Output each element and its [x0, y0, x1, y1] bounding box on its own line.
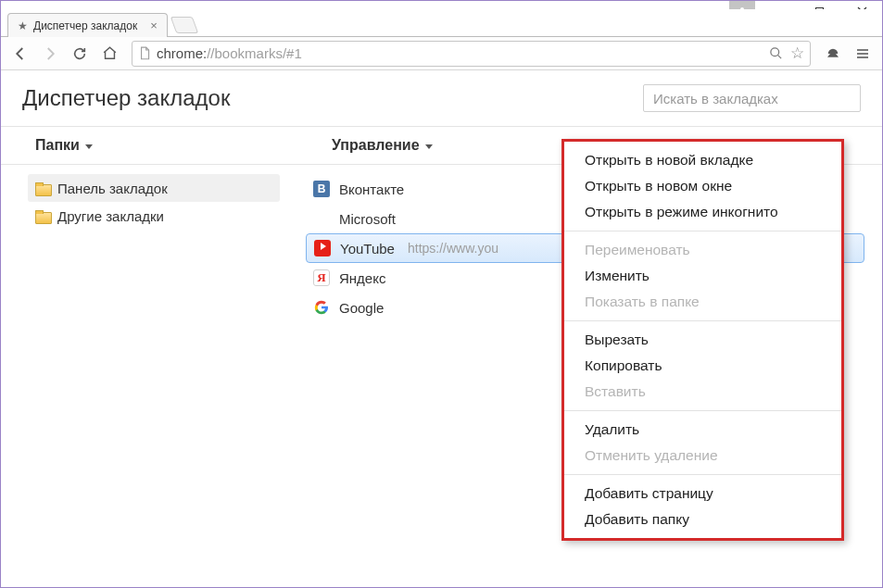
- bookmark-url: https://www.you: [408, 241, 498, 256]
- chevron-down-icon: [425, 144, 433, 149]
- folder-icon: [35, 182, 50, 194]
- bookmark-label: YouTube: [340, 241, 395, 256]
- bookmark-label: Google: [339, 300, 384, 316]
- bookmark-label: Microsoft: [339, 211, 396, 227]
- folders-label: Папки: [35, 137, 80, 154]
- context-menu-item[interactable]: Изменить: [564, 263, 841, 289]
- star-icon: ★: [18, 19, 28, 32]
- context-menu-item[interactable]: Открыть в новой вкладке: [564, 147, 841, 173]
- context-menu-item: Показать в папке: [564, 289, 841, 315]
- address-text: chrome://bookmarks/#1: [157, 45, 302, 61]
- context-menu-item: Переименовать: [564, 237, 841, 263]
- yandex-icon: Я: [313, 269, 330, 286]
- back-button[interactable]: [7, 41, 33, 67]
- context-menu-item: Вставить: [564, 379, 841, 405]
- page-icon: [138, 46, 151, 61]
- context-menu-item[interactable]: Открыть в новом окне: [564, 173, 841, 199]
- browser-toolbar: chrome://bookmarks/#1 ☆: [0, 37, 883, 70]
- chevron-down-icon: [85, 144, 93, 149]
- context-menu-item[interactable]: Вырезать: [564, 327, 841, 353]
- manage-label: Управление: [332, 137, 420, 154]
- context-menu-item[interactable]: Копировать: [564, 353, 841, 379]
- new-tab-button[interactable]: [170, 17, 199, 33]
- folder-icon: [35, 210, 50, 222]
- folder-label: Другие закладки: [57, 208, 164, 224]
- folders-pane: Панель закладокДругие закладки: [0, 165, 296, 588]
- menu-separator: [564, 320, 841, 321]
- svg-line-6: [777, 55, 781, 58]
- bookmark-label: Яндекс: [339, 270, 385, 286]
- context-menu-item[interactable]: Удалить: [564, 417, 841, 443]
- context-menu-item[interactable]: Открыть в режиме инкогнито: [564, 199, 841, 225]
- folder-item[interactable]: Другие закладки: [28, 202, 280, 230]
- home-button[interactable]: [96, 41, 122, 67]
- extension-icon[interactable]: [820, 41, 846, 67]
- close-tab-icon[interactable]: ×: [150, 19, 158, 32]
- tab-strip: ★ Диспетчер закладок ×: [0, 9, 883, 37]
- page-title: Диспетчер закладок: [22, 85, 230, 111]
- address-bar[interactable]: chrome://bookmarks/#1 ☆: [132, 41, 811, 67]
- vk-icon: B: [313, 181, 330, 197]
- search-placeholder: Искать в закладках: [653, 91, 778, 106]
- browser-tab[interactable]: ★ Диспетчер закладок ×: [7, 13, 168, 37]
- menu-separator: [564, 410, 841, 411]
- folder-item[interactable]: Панель закладок: [28, 174, 280, 202]
- menu-separator: [564, 474, 841, 475]
- tab-title: Диспетчер закладок: [33, 19, 137, 32]
- context-menu-item[interactable]: Добавить страницу: [564, 481, 841, 507]
- bookmark-label: Вконтакте: [339, 181, 404, 197]
- forward-button[interactable]: [37, 41, 63, 67]
- menu-separator: [564, 231, 841, 231]
- context-menu-item[interactable]: Добавить папку: [564, 507, 841, 532]
- search-input[interactable]: Искать в закладках: [643, 84, 861, 112]
- bookmark-manager-header: Диспетчер закладок Искать в закладках: [0, 70, 883, 126]
- folder-label: Панель закладок: [57, 181, 168, 196]
- zoom-icon[interactable]: [769, 46, 783, 60]
- bookmark-star-icon[interactable]: ☆: [790, 44, 804, 63]
- youtube-icon: [314, 240, 331, 256]
- context-menu: Открыть в новой вкладкеОткрыть в новом о…: [561, 139, 844, 541]
- menu-button[interactable]: [850, 41, 876, 67]
- svg-point-5: [771, 48, 779, 56]
- google-icon: [313, 299, 330, 316]
- reload-button[interactable]: [67, 41, 93, 67]
- microsoft-icon: [313, 210, 330, 227]
- folders-menu[interactable]: Папки: [0, 127, 296, 164]
- context-menu-item: Отменить удаление: [564, 443, 841, 469]
